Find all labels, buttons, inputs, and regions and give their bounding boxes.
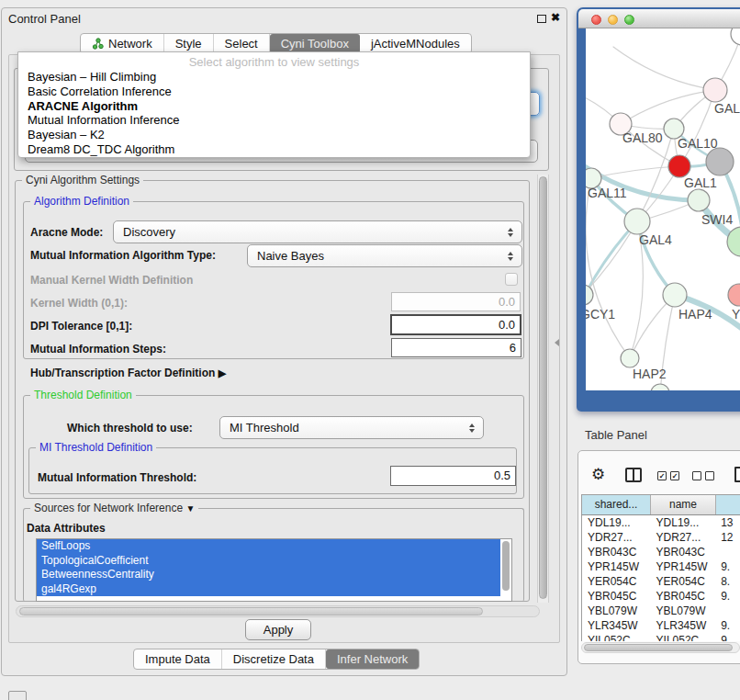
algorithm-option[interactable]: Dream8 DC_TDC Algorithm bbox=[18, 142, 530, 157]
table-row[interactable]: YPR145WYPR145W9. bbox=[582, 559, 740, 574]
tab-jactivemnodules[interactable]: jActiveMNodules bbox=[360, 34, 471, 53]
minimize-window-icon[interactable] bbox=[608, 15, 618, 25]
table-cell: YLR345W bbox=[582, 618, 651, 633]
zoom-window-icon[interactable] bbox=[624, 15, 634, 25]
tab-infer-network[interactable]: Infer Network bbox=[326, 649, 419, 669]
table-row[interactable]: YDL19...YDL19...13 bbox=[582, 515, 740, 530]
tab-impute-data[interactable]: Impute Data bbox=[134, 649, 222, 669]
tab-discretize-data[interactable]: Discretize Data bbox=[222, 649, 326, 669]
hub-definition-toggle[interactable]: Hub/Transcription Factor Definition ▶ bbox=[30, 367, 226, 379]
table-cell: YER054C bbox=[651, 574, 716, 589]
settings-horizontal-scrollbar[interactable] bbox=[16, 605, 540, 617]
network-edge[interactable] bbox=[613, 47, 715, 90]
select-all-icon-2[interactable]: ✓ bbox=[670, 471, 679, 480]
manual-kernel-width-checkbox[interactable] bbox=[505, 273, 518, 286]
table-cell: YDR27... bbox=[651, 530, 716, 545]
data-attributes-list[interactable]: SelfLoopsTopologicalCoefficientBetweenne… bbox=[36, 538, 512, 602]
network-node[interactable] bbox=[706, 148, 734, 175]
node-label: Y bbox=[732, 307, 740, 322]
algorithm-option[interactable]: Bayesian – Hill Climbing bbox=[18, 70, 530, 85]
page-icon[interactable] bbox=[734, 467, 740, 482]
gear-icon[interactable]: ⚙ bbox=[591, 465, 605, 484]
column-header-name[interactable]: name bbox=[651, 495, 716, 514]
network-edge[interactable] bbox=[586, 178, 630, 358]
which-threshold-combo[interactable]: MI Threshold bbox=[219, 416, 484, 439]
deselect-all-icon[interactable] bbox=[692, 471, 701, 480]
network-node[interactable] bbox=[651, 384, 669, 390]
table-cell: YBL079W bbox=[582, 604, 651, 618]
algorithm-option[interactable]: Bayesian – K2 bbox=[18, 128, 530, 142]
manual-kernel-width-label: Manual Kernel Width Definition bbox=[30, 274, 193, 287]
network-edge[interactable] bbox=[675, 295, 740, 355]
table-cell: YPR145W bbox=[651, 559, 716, 574]
mi-threshold-field[interactable]: 0.5 bbox=[390, 466, 516, 486]
table-row[interactable]: YDR27...YDR27...12 bbox=[582, 530, 740, 545]
attribute-list-item[interactable]: TopologicalCoefficient bbox=[37, 554, 500, 569]
node-label: GAL bbox=[714, 101, 740, 116]
network-edge[interactable] bbox=[586, 221, 637, 295]
network-node-hap2[interactable] bbox=[621, 349, 639, 367]
kernel-width-field[interactable]: 0.0 bbox=[391, 292, 521, 311]
list-scrollbar[interactable] bbox=[502, 541, 510, 591]
close-window-icon[interactable] bbox=[591, 15, 601, 25]
dropdown-hint: Select algorithm to view settings bbox=[18, 55, 530, 70]
table-horizontal-scrollbar[interactable] bbox=[581, 642, 740, 653]
attribute-list-item[interactable]: gal4RGexp bbox=[37, 582, 500, 597]
network-node-gal1[interactable] bbox=[668, 155, 690, 177]
table-row[interactable]: YIL052CYIL052C9 bbox=[582, 633, 740, 641]
aracne-mode-combo[interactable]: Discovery bbox=[113, 220, 522, 243]
horizontal-scroll-thumb[interactable] bbox=[19, 607, 483, 615]
expand-right-icon: ▶ bbox=[219, 367, 226, 378]
algorithm-option[interactable]: Mutual Information Inference bbox=[18, 113, 530, 128]
network-edge[interactable] bbox=[621, 90, 715, 124]
split-columns-icon[interactable] bbox=[625, 468, 642, 482]
table-header-row: shared... name bbox=[581, 494, 740, 515]
panel-collapse-arrow-icon[interactable] bbox=[555, 339, 559, 346]
bottom-tab-bar: Impute Data Discretize Data Infer Networ… bbox=[133, 649, 420, 670]
table-scroll-thumb[interactable] bbox=[584, 644, 733, 651]
table-cell: 12 bbox=[715, 530, 740, 545]
network-window-titlebar[interactable] bbox=[578, 9, 740, 28]
sources-group-title[interactable]: Sources for Network Inference ▼ bbox=[30, 502, 198, 514]
algorithm-option[interactable]: ARACNE Algorithm bbox=[18, 99, 530, 114]
mi-algorithm-type-combo[interactable]: Naive Bayes bbox=[247, 244, 522, 267]
minimized-panel-icon[interactable] bbox=[8, 691, 27, 700]
mi-steps-field[interactable]: 6 bbox=[391, 338, 521, 357]
select-all-icon[interactable]: ✓ bbox=[657, 471, 667, 480]
tab-select[interactable]: Select bbox=[214, 34, 270, 53]
tab-network[interactable]: Network bbox=[81, 34, 164, 53]
network-node-gal4[interactable] bbox=[624, 209, 650, 234]
attribute-list-item[interactable]: BetweennessCentrality bbox=[37, 568, 500, 582]
float-panel-icon[interactable] bbox=[537, 15, 546, 23]
network-node[interactable] bbox=[731, 28, 740, 45]
apply-button[interactable]: Apply bbox=[245, 619, 311, 640]
network-node-gal[interactable] bbox=[703, 78, 727, 102]
network-canvas[interactable]: GALGAL80GAL10GAL1GAL11SWI4GAL4GCY1HAP4YH… bbox=[586, 28, 740, 390]
deselect-all-icon-2[interactable] bbox=[705, 471, 714, 480]
vertical-scroll-thumb[interactable] bbox=[539, 176, 547, 599]
algorithm-dropdown-popup: Select algorithm to view settings Bayesi… bbox=[17, 51, 531, 158]
table-row[interactable]: YLR345WYLR345W9. bbox=[582, 618, 740, 633]
table-row[interactable]: YBL079WYBL079W bbox=[582, 604, 740, 618]
table-cell: YER054C bbox=[582, 574, 651, 589]
column-header-shared-name[interactable]: shared... bbox=[582, 495, 651, 514]
close-icon[interactable]: ✖ bbox=[551, 11, 560, 24]
node-label: GAL10 bbox=[678, 136, 718, 151]
network-node-swi4[interactable] bbox=[688, 189, 710, 211]
network-node-y[interactable] bbox=[728, 284, 740, 306]
table-row[interactable]: YBR045CYBR045C9. bbox=[582, 589, 740, 604]
column-header-partial[interactable] bbox=[716, 495, 740, 514]
table-row[interactable]: YER054CYER054C8. bbox=[582, 574, 740, 589]
tab-style[interactable]: Style bbox=[164, 34, 214, 53]
network-node-gcy1[interactable] bbox=[586, 285, 593, 305]
attribute-list-item[interactable]: SelfLoops bbox=[37, 539, 500, 554]
node-label: GAL11 bbox=[588, 186, 627, 200]
mi-threshold-label: Mutual Information Threshold: bbox=[38, 471, 196, 484]
algorithm-option[interactable]: Basic Correlation Inference bbox=[18, 85, 530, 99]
table-cell: 13 bbox=[715, 515, 740, 530]
settings-vertical-scrollbar[interactable] bbox=[537, 175, 549, 603]
table-row[interactable]: YBR043CYBR043C bbox=[582, 545, 740, 559]
network-node-hap4[interactable] bbox=[663, 283, 687, 307]
dpi-tolerance-field[interactable]: 0.0 bbox=[390, 314, 521, 335]
tab-cyni-toolbox[interactable]: Cyni Toolbox bbox=[270, 34, 360, 53]
